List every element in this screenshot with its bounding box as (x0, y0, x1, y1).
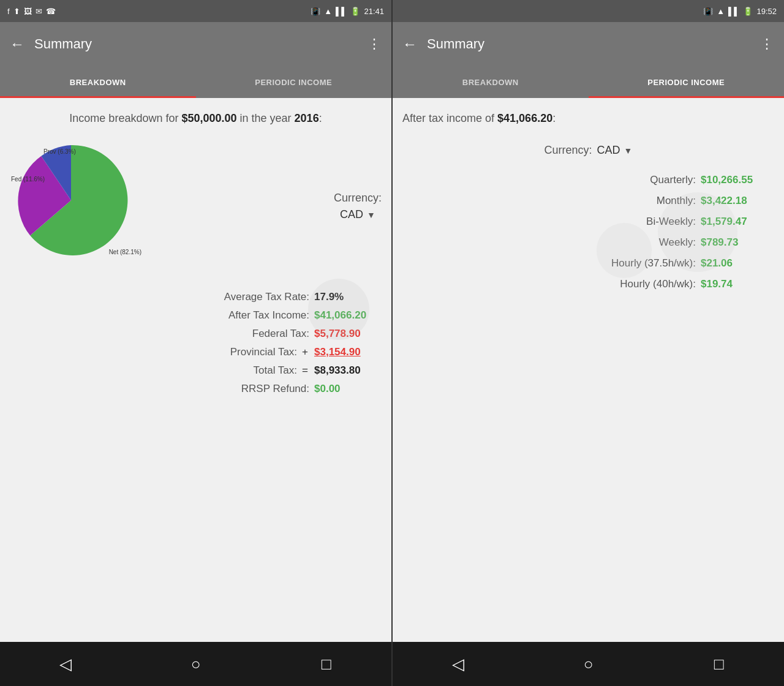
right-currency-selector[interactable]: CAD ▼ (597, 144, 633, 157)
right-status-bar: 📳 ▲ ▌▌ 🔋 19:52 (393, 0, 784, 22)
stat-prefix-prov-tax: + (302, 346, 308, 358)
prov-label: Prov (6.3%) (43, 148, 76, 155)
right-nav-back[interactable]: ◁ (440, 646, 477, 682)
left-nav-recent[interactable]: □ (308, 646, 345, 682)
periodic-row-hourly-40: Hourly (40h/wk): $19.74 (402, 278, 774, 290)
left-app-bar: ← Summary ⋮ (0, 22, 391, 66)
left-screen: f ⬆ 🖼 ✉ ☎ 📳 ▲ ▌▌ 🔋 21:41 ← Summary ⋮ BR (0, 0, 391, 686)
right-bottom-nav: ◁ ○ □ (393, 642, 784, 686)
stat-value-total-tax: $8,933.80 (314, 364, 382, 377)
right-app-bar: ← Summary ⋮ (393, 22, 784, 66)
right-tabs: BREAKDOWN PERIODIC INCOME (393, 66, 784, 98)
right-currency-value: CAD (597, 144, 620, 157)
right-wifi-icon: ▲ (717, 7, 725, 16)
left-currency-box: Currency: CAD ▼ (334, 192, 382, 221)
signal-icon: ▌▌ (336, 7, 347, 16)
left-tab-breakdown[interactable]: BREAKDOWN (0, 66, 196, 98)
right-currency-row: Currency: CAD ▼ (402, 144, 774, 157)
right-tab-periodic[interactable]: PERIODIC INCOME (589, 66, 785, 98)
left-currency-label: Currency: (334, 192, 382, 205)
right-currency-label: Currency: (545, 144, 592, 157)
stat-value-rrsp: $0.00 (314, 383, 382, 395)
left-currency-selector[interactable]: CAD ▼ (340, 208, 375, 221)
right-back-button[interactable]: ← (402, 36, 417, 53)
left-currency-value: CAD (340, 208, 363, 221)
left-content: Income breakdown for $50,000.00 in the y… (0, 98, 391, 642)
battery-icon: 🔋 (350, 7, 360, 16)
periodic-label-hourly-40: Hourly (40h/wk): (586, 278, 696, 290)
periodic-row-quarterly: Quarterly: $10,266.55 (402, 174, 774, 186)
fed-label: Fed (11.6%) (11, 176, 45, 183)
android-icon: ☎ (46, 7, 56, 16)
left-currency-dropdown-arrow: ▼ (367, 210, 375, 220)
periodic-label-quarterly: Quarterly: (586, 174, 696, 186)
stat-row-rrsp: RRSP Refund: $0.00 (10, 383, 382, 395)
left-more-button[interactable]: ⋮ (368, 36, 382, 52)
right-signal-icon: ▌▌ (728, 7, 739, 16)
right-screen: 📳 ▲ ▌▌ 🔋 19:52 ← Summary ⋮ BREAKDOWN PER… (393, 0, 784, 686)
stat-label-fed-tax: Federal Tax: (252, 328, 309, 340)
right-page-title: Summary (427, 36, 760, 52)
left-chart-area: Prov (6.3%) Fed (11.6%) Net (82.1%) Curr… (10, 139, 382, 274)
left-nav-home[interactable]: ○ (178, 646, 214, 682)
mail-icon: ✉ (36, 7, 42, 16)
right-more-button[interactable]: ⋮ (760, 36, 774, 52)
left-time: 21:41 (364, 7, 384, 16)
right-nav-recent[interactable]: □ (701, 646, 737, 682)
right-nav-home[interactable]: ○ (570, 646, 607, 682)
left-bottom-nav: ◁ ○ □ (0, 642, 391, 686)
left-page-title: Summary (34, 36, 368, 52)
pie-chart: Prov (6.3%) Fed (11.6%) Net (82.1%) (10, 139, 145, 274)
periodic-value-hourly-40: $19.74 (701, 278, 774, 290)
right-tab-breakdown[interactable]: BREAKDOWN (393, 66, 589, 98)
stat-row-total-tax: Total Tax: = $8,933.80 (10, 364, 382, 377)
pie-svg (10, 139, 132, 262)
right-battery-icon: 🔋 (743, 7, 753, 16)
vibrate-icon: 📳 (311, 7, 320, 16)
left-nav-back[interactable]: ◁ (47, 646, 84, 682)
right-currency-dropdown-arrow: ▼ (624, 146, 633, 156)
right-content: After tax income of $41,066.20: Currency… (393, 98, 784, 642)
stat-label-after-tax: After Tax Income: (228, 309, 309, 322)
stat-value-prov-tax: $3,154.90 (314, 346, 382, 358)
watermark-circle-2 (597, 223, 652, 278)
left-tabs: BREAKDOWN PERIODIC INCOME (0, 66, 391, 98)
watermark-circle (308, 279, 369, 340)
image-icon: 🖼 (24, 7, 32, 16)
left-back-button[interactable]: ← (10, 36, 24, 53)
right-time: 19:52 (756, 7, 777, 16)
right-vibrate-icon: 📳 (703, 7, 713, 16)
fb-icon: f (7, 7, 10, 16)
left-tab-periodic[interactable]: PERIODIC INCOME (196, 66, 392, 98)
watermark-circle-1 (658, 192, 737, 272)
left-status-icons-left: f ⬆ 🖼 ✉ ☎ (7, 7, 56, 16)
right-status-right: 📳 ▲ ▌▌ 🔋 19:52 (703, 7, 777, 16)
stat-label-prov-tax: Provincial Tax: (230, 346, 297, 358)
stat-prefix-total-tax: = (302, 364, 308, 377)
periodic-value-quarterly: $10,266.55 (701, 174, 774, 186)
left-status-right: 📳 ▲ ▌▌ 🔋 21:41 (311, 7, 384, 16)
right-intro-text: After tax income of $41,066.20: (402, 110, 774, 127)
stat-label-total-tax: Total Tax: (254, 364, 298, 377)
left-status-bar: f ⬆ 🖼 ✉ ☎ 📳 ▲ ▌▌ 🔋 21:41 (0, 0, 391, 22)
net-label: Net (82.1%) (109, 249, 141, 255)
wifi-icon: ▲ (324, 7, 332, 16)
left-intro-text: Income breakdown for $50,000.00 in the y… (10, 110, 382, 127)
stat-label-rrsp: RRSP Refund: (241, 383, 309, 395)
stat-row-prov-tax: Provincial Tax: + $3,154.90 (10, 346, 382, 358)
stat-label-avg-tax: Average Tax Rate: (224, 291, 309, 303)
up-icon: ⬆ (13, 7, 20, 16)
